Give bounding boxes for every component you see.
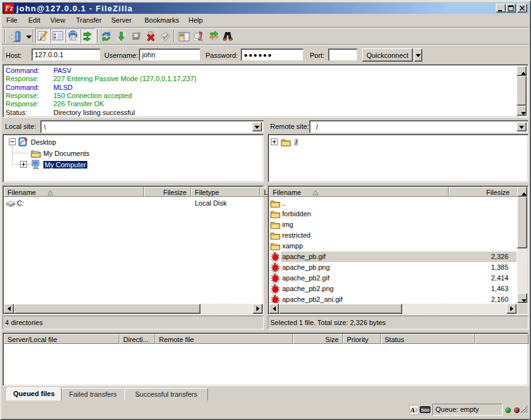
svg-text:Fz: Fz bbox=[4, 4, 13, 13]
svg-text:500: 500 bbox=[421, 407, 430, 413]
svg-text:A: A bbox=[410, 406, 415, 414]
